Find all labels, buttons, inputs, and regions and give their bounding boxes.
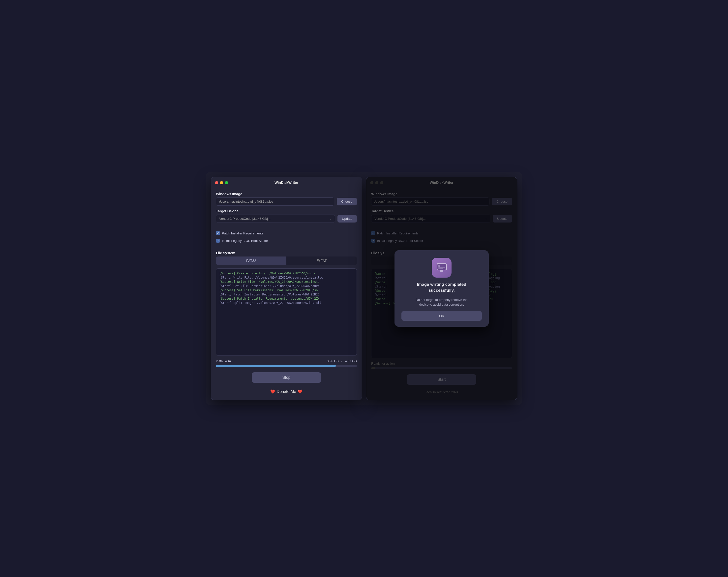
- progress-size: 3.96 GB / 4.67 GB: [327, 359, 357, 363]
- log-line-1: [Start] Write File: /Volumes/WDW_2ZH2OAO…: [219, 276, 354, 279]
- device-dropdown[interactable]: VendorC ProductCode [31.46 GB]... ⌄: [216, 215, 335, 223]
- target-device-label: Target Device: [216, 209, 357, 213]
- stop-button[interactable]: Stop: [252, 372, 321, 383]
- donate-row: ❤️ Donate Me ❤️: [216, 386, 357, 396]
- donate-label: Donate Me: [277, 390, 296, 394]
- log-line-7: [Start] Split Image: /Volumes/WDW_2ZH2OA…: [219, 301, 354, 305]
- legacy-checkbox[interactable]: ✓: [216, 239, 220, 243]
- filesystem-section: File System FAT32 ExFAT: [216, 251, 357, 265]
- traffic-lights-left: [215, 181, 228, 184]
- device-value: VendorC ProductCode [31.46 GB]...: [219, 217, 270, 221]
- svg-rect-1: [440, 270, 443, 272]
- exfat-button[interactable]: ExFAT: [286, 256, 357, 265]
- window-title-left: WinDiskWriter: [275, 181, 298, 184]
- log-line-2: [Success] Write File: /Volumes/WDW_2ZH2O…: [219, 280, 354, 283]
- log-line-5: [Start] Patch Installer Requirements: /V…: [219, 293, 354, 296]
- window-right: WinDiskWriter Windows Image /Users/macin…: [366, 177, 517, 400]
- device-row: VendorC ProductCode [31.46 GB]... ⌄ Upda…: [216, 215, 357, 223]
- maximize-button[interactable]: [225, 181, 228, 184]
- svg-rect-2: [438, 272, 445, 272]
- dropdown-arrow-icon: ⌄: [330, 217, 332, 220]
- titlebar-left: WinDiskWriter: [211, 177, 362, 188]
- log-area-left: [Success] Create directory: /Volumes/WDW…: [216, 269, 357, 356]
- heart-icon-left: ❤️: [270, 389, 275, 394]
- minimize-button[interactable]: [220, 181, 223, 184]
- progress-filename: install.wim: [216, 359, 231, 363]
- ok-button[interactable]: OK: [401, 311, 482, 321]
- image-path-field: /Users/macintosh/...dvd_b4f081aa.iso: [216, 198, 334, 206]
- modal-body: Do not forget to properly remove thedevi…: [416, 297, 468, 307]
- window-content-left: Windows Image /Users/macintosh/...dvd_b4…: [211, 188, 362, 400]
- progress-bar: [216, 365, 357, 367]
- windows-image-section: Windows Image /Users/macintosh/...dvd_b4…: [216, 192, 357, 206]
- modal-dialog: Image writing completedsuccessfully. Do …: [394, 250, 489, 327]
- svg-rect-3: [437, 264, 446, 270]
- log-line-6: [Success] Patch Installer Requirements: …: [219, 297, 354, 300]
- modal-icon: [432, 258, 451, 278]
- update-button-left[interactable]: Update: [337, 215, 357, 223]
- modal-title: Image writing completedsuccessfully.: [417, 281, 466, 294]
- screen: WinDiskWriter Windows Image /Users/macin…: [206, 172, 522, 405]
- patch-checkbox[interactable]: ✓: [216, 231, 220, 235]
- svg-rect-4: [438, 265, 440, 267]
- windows-image-label: Windows Image: [216, 192, 357, 196]
- monitor-icon: [435, 261, 448, 274]
- filesystem-label: File System: [216, 251, 357, 255]
- svg-rect-5: [438, 267, 445, 268]
- choose-button-left[interactable]: Choose: [337, 198, 357, 205]
- svg-rect-6: [438, 268, 443, 269]
- checkmark-icon-2: ✓: [217, 239, 219, 242]
- progress-info: install.wim 3.96 GB / 4.67 GB: [216, 359, 357, 363]
- log-line-0: [Success] Create directory: /Volumes/WDW…: [219, 272, 354, 275]
- patch-label: Patch Installer Requirements: [222, 231, 263, 235]
- legacy-label: Install Legacy BIOS Boot Sector: [222, 239, 268, 243]
- fat32-button[interactable]: FAT32: [216, 256, 286, 265]
- window-left: WinDiskWriter Windows Image /Users/macin…: [211, 177, 362, 400]
- filesystem-toggle: FAT32 ExFAT: [216, 256, 357, 265]
- legacy-checkbox-row: ✓ Install Legacy BIOS Boot Sector: [216, 239, 357, 243]
- close-button[interactable]: [215, 181, 218, 184]
- checkmark-icon: ✓: [217, 232, 219, 235]
- modal-overlay: Image writing completedsuccessfully. Do …: [366, 177, 517, 400]
- stop-button-container: Stop: [216, 372, 357, 383]
- patch-checkbox-row: ✓ Patch Installer Requirements: [216, 231, 357, 235]
- target-device-section: Target Device VendorC ProductCode [31.46…: [216, 209, 357, 223]
- progress-fill: [216, 365, 336, 367]
- image-row: /Users/macintosh/...dvd_b4f081aa.iso Cho…: [216, 198, 357, 206]
- heart-icon-right: ❤️: [297, 389, 303, 394]
- log-line-3: [Start] Set File Permissions: /Volumes/W…: [219, 284, 354, 288]
- log-line-4: [Success] Set File Permissions: /Volumes…: [219, 288, 354, 292]
- progress-section-left: install.wim 3.96 GB / 4.67 GB: [216, 359, 357, 367]
